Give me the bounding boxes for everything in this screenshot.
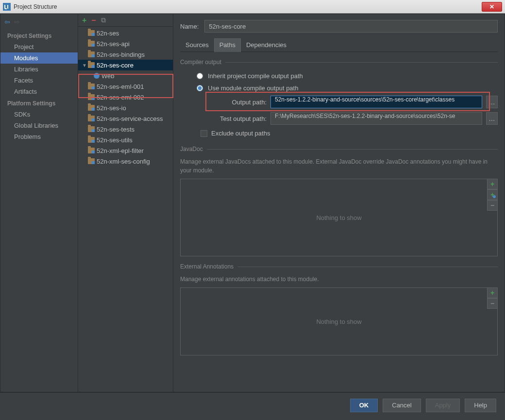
test-output-path-label: Test output path: [208,115,267,122]
module-folder-icon [88,41,95,47]
tree-item[interactable]: 52n-ses-api [78,38,173,49]
sidebar-section-header: Project Settings [0,30,78,41]
output-path-browse-button[interactable]: … [486,96,498,108]
tree-item-label: 52n-ses-io [97,104,126,112]
javadoc-add-icon[interactable]: + [487,179,498,189]
javadoc-remove-icon[interactable]: − [487,200,498,211]
tree-item[interactable]: 52n-ses-io [78,102,173,113]
tree-item[interactable]: 52n-ses-service-access [78,113,173,124]
use-module-radio[interactable] [197,85,203,91]
module-folder-icon [88,30,95,36]
tree-item-label: 52n-xml-epl-filter [97,147,144,154]
sidebar-section-header: Platform Settings [0,97,78,109]
module-tree-panel: + − ⧉ 52n-ses52n-ses-api52n-ses-bindings… [78,14,173,392]
sidebar-item-sdks[interactable]: SDKs [0,109,78,120]
javadoc-legend: JavaDoc [180,146,207,152]
module-tree[interactable]: 52n-ses52n-ses-api52n-ses-bindings▼52n-s… [78,27,173,392]
annotations-empty-text: Nothing to show [316,318,361,325]
javadoc-empty-text: Nothing to show [316,214,361,221]
annotations-list: Nothing to show + − [180,287,498,355]
app-icon [3,3,11,11]
module-folder-icon [88,137,95,143]
module-folder-icon [88,105,95,111]
sidebar-item-artifacts[interactable]: Artifacts [0,86,78,97]
output-path-label: Output path: [208,99,267,106]
module-folder-icon [88,94,95,100]
exclude-label: Exclude output paths [211,130,270,137]
module-folder-icon [88,51,95,57]
annotations-remove-icon[interactable]: − [487,298,498,309]
sidebar-item-libraries[interactable]: Libraries [0,64,78,75]
javadoc-add-url-icon[interactable]: + [487,189,498,200]
tree-item[interactable]: 52n-ses-bindings [78,49,173,60]
compiler-legend: Compiler output [180,59,225,66]
tree-item-label: 52n-ses-api [97,40,130,48]
cancel-button[interactable]: Cancel [383,399,421,412]
help-button[interactable]: Help [465,399,496,412]
nav-forward-icon[interactable]: ⇨ [14,18,20,26]
tree-item-label: 52n-ses-bindings [97,51,145,58]
inherit-radio[interactable] [197,73,203,79]
module-tabs: SourcesPathsDependencies [180,38,498,52]
tab-paths[interactable]: Paths [214,38,241,52]
tree-item[interactable]: 52n-ses-eml-002 [78,92,173,102]
compiler-output-fieldset: Compiler output Inherit project compile … [180,59,498,139]
name-label: Name: [180,23,199,30]
tree-item-label: Web [101,72,115,80]
javadoc-desc: Manage external JavaDocs attached to thi… [180,157,498,175]
copy-module-icon[interactable]: ⧉ [101,16,106,24]
module-folder-icon [88,62,95,68]
sidebar-item-project[interactable]: Project [0,41,78,52]
sidebar: ⇦ ⇨ Project SettingsProjectModulesLibrar… [0,14,78,392]
annotations-add-icon[interactable]: + [487,287,498,298]
module-folder-icon [88,116,95,121]
tree-item[interactable]: 52n-ses-utils [78,134,173,145]
titlebar: Project Structure ✕ [0,0,505,14]
apply-button[interactable]: Apply [426,399,460,412]
use-module-label: Use module compile output path [208,84,298,92]
sidebar-item-facets[interactable]: Facets [0,75,78,86]
module-folder-icon [88,84,95,89]
ok-button[interactable]: OK [350,399,378,412]
annotations-legend: External Annotations [180,263,237,270]
tree-item-label: 52n-ses [97,30,119,37]
tree-item[interactable]: 52n-ses-tests [78,124,173,134]
svg-rect-0 [3,3,11,11]
add-module-icon[interactable]: + [82,16,86,25]
tree-item-label: 52n-ses-utils [97,136,133,144]
nav-back-icon[interactable]: ⇦ [4,18,10,26]
module-folder-icon [88,126,95,132]
inherit-label: Inherit project compile output path [208,72,303,80]
tree-item[interactable]: Web [78,70,173,81]
tree-item-label: 52n-ses-tests [97,126,135,133]
test-output-path-browse-button[interactable]: … [486,112,498,125]
tree-item[interactable]: 52n-xml-epl-filter [78,145,173,156]
module-name-input[interactable] [204,20,498,33]
main-panel: Name: SourcesPathsDependencies Compiler … [173,14,505,392]
window-title: Project Structure [14,3,481,10]
remove-module-icon[interactable]: − [91,16,96,25]
tab-dependencies[interactable]: Dependencies [241,38,292,51]
output-path-input[interactable]: 52n-ses-1.2.2-binary-and-source\sources\… [270,96,482,108]
close-button[interactable]: ✕ [482,2,502,12]
test-output-path-input[interactable]: F:\MyResearch\SES\52n-ses-1.2.2-binary-a… [270,112,482,125]
tab-sources[interactable]: Sources [180,38,214,51]
tree-item[interactable]: 52n-ses-eml-001 [78,81,173,92]
tree-item-label: 52n-ses-eml-001 [97,83,144,90]
sidebar-item-global-libraries[interactable]: Global Libraries [0,120,78,131]
sidebar-item-problems[interactable]: Problems [0,131,78,142]
annotations-desc: Manage external annotations attached to … [180,275,498,284]
module-folder-icon [88,158,95,164]
javadoc-fieldset: JavaDoc Manage external JavaDocs attache… [180,146,498,256]
tree-item-label: 52n-ses-service-access [97,115,163,122]
tree-item[interactable]: 52n-ses [78,28,173,38]
exclude-checkbox[interactable] [201,130,207,137]
dialog-footer: OK Cancel Apply Help [0,392,505,418]
javadoc-list: Nothing to show + + − [180,179,498,256]
web-facet-icon [94,73,100,79]
tree-item[interactable]: 52n-xml-ses-config [78,156,173,167]
sidebar-item-modules[interactable]: Modules [0,52,78,64]
module-folder-icon [88,148,95,153]
chevron-down-icon[interactable]: ▼ [82,63,88,68]
tree-item[interactable]: ▼52n-ses-core [78,60,173,70]
